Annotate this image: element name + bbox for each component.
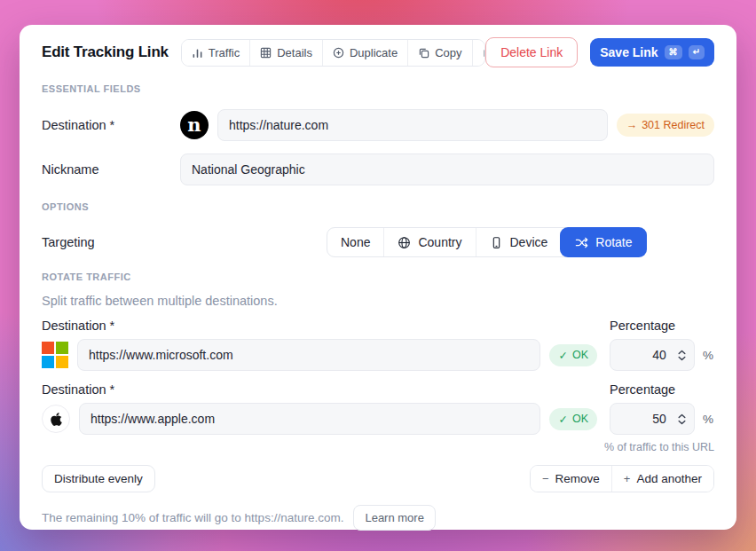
percentage-1-label: Percentage (610, 319, 675, 333)
destination-label: Destination * (42, 118, 180, 132)
toolbar: Traffic Details Duplicate Copy (181, 39, 485, 67)
stepper-1[interactable] (677, 349, 687, 362)
add-another-label: Add another (636, 472, 702, 485)
rotate-destination-row-2: Destination * ✓OK Percentage % % (42, 382, 714, 453)
nature-favicon: n (180, 111, 209, 139)
stepper-2[interactable] (677, 413, 687, 426)
rotate-row-1-left: Destination * ✓OK (42, 319, 597, 371)
nickname-row: Nickname (42, 153, 714, 185)
page-title: Edit Tracking Link (42, 43, 169, 61)
rotate-row-2-right: Percentage % % of traffic to this URL (610, 382, 714, 453)
plus-circle-icon (333, 47, 344, 59)
traffic-button[interactable]: Traffic (182, 40, 249, 66)
table-icon (260, 47, 272, 59)
percentage-2-input[interactable] (642, 412, 677, 426)
learn-more-button[interactable]: Learn more (353, 505, 435, 531)
plus-icon: + (624, 472, 631, 485)
globe-icon (398, 236, 411, 249)
targeting-segmented-control: None Country Device Rotate (327, 227, 647, 257)
rotate-destination-2-input[interactable] (79, 403, 540, 435)
copy-label: Copy (435, 46, 461, 59)
redirect-badge: →301 Redirect (617, 114, 714, 137)
targeting-row: Targeting None Country Device (42, 227, 714, 257)
rotate-destination-2-label: Destination * (42, 382, 597, 397)
footer: The remaining 10% of traffic will go to … (42, 505, 714, 531)
open-button[interactable]: Open (472, 40, 486, 66)
duplicate-button[interactable]: Duplicate (322, 40, 407, 66)
remaining-traffic-note: The remaining 10% of traffic will go to … (42, 511, 343, 524)
remove-label: Remove (555, 472, 600, 485)
apple-logo (42, 405, 70, 433)
rotate-traffic-section-label: ROTATE TRAFFIC (42, 272, 714, 283)
microsoft-logo (42, 342, 68, 368)
percentage-2-field (610, 403, 695, 435)
options-section-label: OPTIONS (42, 201, 714, 213)
distribute-evenly-button[interactable]: Distribute evenly (42, 465, 155, 492)
percent-helper-text: % of traffic to this URL (604, 441, 714, 453)
percentage-1-line: % (610, 339, 713, 371)
mobile-icon (490, 236, 503, 249)
destination-row: Destination * n →301 Redirect (42, 109, 714, 141)
rotate-row-2-left: Destination * ✓OK (42, 382, 597, 435)
minus-icon: − (542, 472, 549, 485)
remove-add-group: − Remove + Add another (530, 465, 714, 492)
rotate-row-2-input-line: ✓OK (42, 403, 597, 435)
rotate-destination-1-label: Destination * (42, 319, 597, 333)
command-key-badge: ⌘ (665, 45, 682, 59)
rotate-row-1-input-line: ✓OK (42, 339, 597, 371)
redirect-badge-label: 301 Redirect (642, 119, 705, 131)
percentage-2-label: Percentage (610, 382, 675, 397)
percent-unit-2: % (703, 413, 713, 426)
rotate-row-1-right: Percentage % (610, 319, 714, 371)
targeting-country-button[interactable]: Country (383, 228, 475, 256)
edit-tracking-link-panel: Edit Tracking Link Traffic Details Dupli… (20, 25, 736, 530)
status-badge-ok-2: ✓OK (549, 408, 597, 430)
arrow-right-icon: → (626, 119, 638, 131)
targeting-device-label: Device (510, 235, 548, 249)
copy-icon (418, 47, 429, 59)
delete-link-button[interactable]: Delete Link (485, 37, 578, 67)
nickname-label: Nickname (42, 162, 180, 177)
targeting-label: Targeting (42, 235, 180, 249)
check-icon: ✓ (558, 413, 567, 426)
bar-chart-icon (192, 47, 203, 59)
enter-key-badge: ↵ (689, 45, 705, 59)
targeting-device-button[interactable]: Device (476, 228, 562, 256)
targeting-country-label: Country (418, 235, 461, 249)
percentage-1-field (610, 339, 695, 371)
rotate-destination-1-input[interactable] (77, 339, 540, 371)
percentage-2-line: % (610, 403, 713, 435)
save-link-button[interactable]: Save Link ⌘ ↵ (590, 38, 714, 67)
status-ok-1-label: OK (572, 349, 588, 361)
add-another-button[interactable]: + Add another (611, 466, 713, 492)
status-badge-ok-1: ✓OK (549, 344, 597, 366)
rotate-actions-row: Distribute evenly − Remove + Add another (42, 465, 714, 492)
percentage-1-input[interactable] (642, 348, 677, 362)
details-button[interactable]: Details (249, 40, 322, 66)
targeting-none-label: None (341, 235, 370, 249)
shuffle-icon (575, 236, 588, 249)
details-label: Details (277, 46, 312, 59)
rotate-destination-row-1: Destination * ✓OK Percentage % (42, 319, 714, 371)
destination-input-line: n →301 Redirect (180, 109, 714, 141)
traffic-label: Traffic (209, 46, 240, 59)
targeting-rotate-button[interactable]: Rotate (560, 227, 646, 257)
header: Edit Tracking Link Traffic Details Dupli… (42, 35, 714, 69)
targeting-rotate-label: Rotate (595, 235, 632, 249)
essential-fields-section-label: ESSENTIAL FIELDS (42, 83, 714, 95)
targeting-none-button[interactable]: None (327, 228, 383, 256)
check-icon: ✓ (558, 349, 567, 362)
rotate-traffic-description: Split traffic between multiple destinati… (42, 294, 714, 308)
destination-input[interactable] (217, 109, 608, 141)
percent-unit-1: % (703, 349, 713, 362)
status-ok-2-label: OK (572, 413, 588, 425)
nickname-input[interactable] (180, 153, 714, 185)
remove-button[interactable]: − Remove (531, 466, 611, 492)
save-link-label: Save Link (600, 45, 658, 59)
copy-button[interactable]: Copy (407, 40, 471, 66)
duplicate-label: Duplicate (350, 46, 398, 59)
